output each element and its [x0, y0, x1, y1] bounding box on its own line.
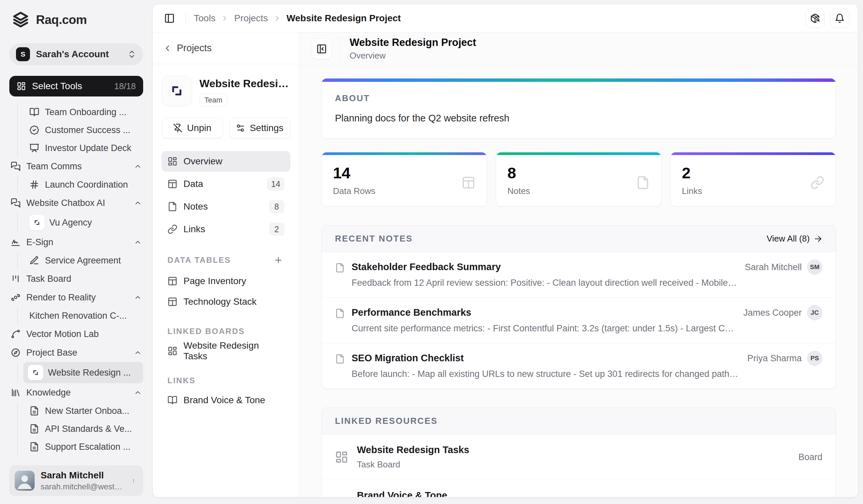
tool-search-button[interactable]	[805, 9, 825, 28]
view-all-label: View All (8)	[766, 234, 810, 244]
chevron-up-icon	[134, 349, 142, 357]
pin-off-icon	[173, 124, 183, 133]
link-icon	[167, 224, 177, 234]
note-row-stakeholder-feedback[interactable]: Stakeholder Feedback Summary Feedback fr…	[322, 252, 836, 297]
note-snippet: Current site performance metrics: - Firs…	[352, 323, 737, 334]
book-open-icon	[335, 496, 348, 497]
file-text-icon	[29, 442, 39, 452]
note-row-performance-benchmarks[interactable]: Performance Benchmarks Current site perf…	[322, 297, 836, 343]
link-item-label: Brand Voice & Tone	[184, 395, 265, 405]
resource-row-brand-voice-tone[interactable]: Brand Voice & Tone Knowledge Article Art…	[322, 480, 836, 497]
tab-links[interactable]: Links 2	[162, 219, 290, 240]
breadcrumb-projects[interactable]: Projects	[234, 13, 268, 24]
tab-overview[interactable]: Overview	[162, 151, 290, 172]
recent-notes-heading: RECENT NOTES	[335, 234, 413, 244]
sidebar-group-website-chatbox-ai[interactable]: Website Chatbox AI	[9, 194, 143, 212]
about-heading: ABOUT	[335, 93, 822, 103]
sidebar-item-support-escalation[interactable]: Support Escalation ...	[28, 438, 143, 456]
sidebar-item-vector-motion-lab[interactable]: Vector Motion Lab	[9, 325, 143, 343]
board-item-website-redesign-tasks[interactable]: Website Redesign Tasks	[162, 341, 290, 361]
link-item-brand-voice-tone[interactable]: Brand Voice & Tone	[162, 390, 290, 411]
content-area: Website Redesign Project Overview ABOUT …	[299, 32, 858, 497]
sidebar-group-project-base[interactable]: Project Base	[9, 343, 143, 362]
section-label-data-tables: DATA TABLES	[167, 256, 231, 265]
collapse-subpanel-button[interactable]	[311, 39, 332, 59]
author-avatar: JC	[807, 305, 822, 320]
resource-row-website-redesign-tasks[interactable]: Website Redesign Tasks Task Board Board	[322, 435, 836, 480]
user-card[interactable]: Sarah Mitchell sarah.mitchell@westbur...	[9, 465, 143, 496]
view-all-notes-button[interactable]: View All (8)	[766, 234, 822, 244]
sidebar-item-investor-update-deck[interactable]: Investor Update Deck	[28, 139, 143, 157]
about-text: Planning docs for the Q2 website refresh	[335, 113, 822, 124]
sidebar-item-service-agreement[interactable]: Service Agreement	[28, 251, 143, 270]
user-email: sarah.mitchell@westbur...	[41, 482, 123, 491]
about-gradient-strip	[322, 78, 836, 82]
sidebar-group-knowledge[interactable]: Knowledge	[9, 383, 143, 402]
kebab-menu-icon[interactable]	[129, 476, 138, 485]
signature-icon	[11, 237, 21, 247]
sidebar-item-new-starter-onboarding[interactable]: New Starter Onboa...	[28, 402, 143, 420]
tab-notes[interactable]: Notes 8	[162, 196, 290, 217]
file-icon	[335, 354, 345, 364]
table-icon	[462, 176, 475, 190]
sidebar-group-team-comms[interactable]: Team Comms	[9, 157, 143, 176]
arrow-right-icon	[814, 234, 822, 243]
sidebar-item-label: Team Onboarding ...	[45, 107, 126, 117]
sidebar-item-customer-success[interactable]: Customer Success ...	[28, 121, 143, 139]
stat-value: 8	[508, 164, 650, 182]
pen-icon	[29, 256, 39, 266]
user-name: Sarah Mitchell	[41, 470, 123, 481]
app-sidebar: Raq.com S Sarah's Account Select Tools 1…	[0, 0, 152, 504]
section-label-links: LINKS	[167, 376, 196, 385]
table-item-technology-stack[interactable]: Technology Stack	[162, 292, 290, 312]
back-to-projects[interactable]: Projects	[153, 32, 299, 64]
dashboard-grid-icon	[167, 346, 177, 356]
content-scroll: ABOUT Planning docs for the Q2 website r…	[299, 66, 858, 497]
sidebar-group-render-to-reality[interactable]: Render to Reality	[9, 288, 143, 307]
tab-label: Overview	[184, 156, 222, 167]
file-icon	[167, 202, 177, 211]
note-title: SEO Migration Checklist	[352, 353, 740, 364]
tab-data[interactable]: Data 14	[162, 174, 290, 194]
file-icon	[636, 176, 650, 190]
stat-card-data-rows: 14 Data Rows	[321, 152, 487, 207]
sidebar-item-label: API Standards & Ve...	[45, 424, 132, 434]
section-label-linked-boards: LINKED BOARDS	[167, 327, 245, 336]
note-row-seo-migration-checklist[interactable]: SEO Migration Checklist Before launch: -…	[322, 343, 836, 389]
add-table-button[interactable]	[272, 254, 284, 266]
settings-button[interactable]: Settings	[229, 118, 291, 138]
sidebar-item-vu-agency[interactable]: Vu Agency	[28, 212, 143, 233]
plus-icon	[274, 256, 283, 265]
book-open-icon	[29, 107, 39, 117]
table-icon	[167, 179, 177, 189]
select-tools-count: 18/18	[114, 81, 136, 91]
sidebar-item-kitchen-renovation[interactable]: Kitchen Renovation C-...	[28, 307, 143, 325]
sidebar-item-task-board[interactable]: Task Board	[9, 270, 143, 288]
sidebar-item-label: Vu Agency	[49, 218, 92, 228]
stat-value: 2	[682, 164, 824, 182]
about-card: ABOUT Planning docs for the Q2 website r…	[321, 78, 836, 139]
notifications-button[interactable]	[830, 9, 849, 28]
main-panel: Tools Projects Website Redesign Project …	[152, 4, 858, 497]
stat-value: 14	[333, 164, 475, 182]
table-item-page-inventory[interactable]: Page Inventory	[162, 271, 290, 292]
sidebar-item-api-standards[interactable]: API Standards & Ve...	[28, 420, 143, 438]
package-search-icon	[810, 13, 820, 23]
select-tools-button[interactable]: Select Tools 18/18	[9, 76, 143, 96]
sidebar-item-launch-coordination[interactable]: Launch Coordination	[28, 176, 143, 194]
sidebar-item-label: New Starter Onboa...	[45, 406, 129, 416]
tab-label: Links	[184, 224, 205, 234]
sidebar-toggle-button[interactable]	[162, 10, 177, 26]
tab-label: Notes	[184, 201, 208, 212]
team-badge: Team	[199, 94, 227, 106]
unpin-button[interactable]: Unpin	[162, 118, 223, 138]
brand: Raq.com	[9, 11, 143, 29]
account-switcher[interactable]: S Sarah's Account	[9, 43, 143, 65]
tab-label: Data	[184, 179, 203, 189]
sidebar-item-team-onboarding[interactable]: Team Onboarding ...	[28, 103, 143, 121]
sidebar-item-website-redesign-selected[interactable]: Website Redesign ...	[23, 362, 143, 383]
breadcrumb-tools[interactable]: Tools	[194, 13, 215, 24]
sidebar-group-e-sign[interactable]: E-Sign	[9, 233, 143, 251]
sliders-icon	[236, 124, 245, 133]
chevron-right-icon	[273, 14, 282, 22]
